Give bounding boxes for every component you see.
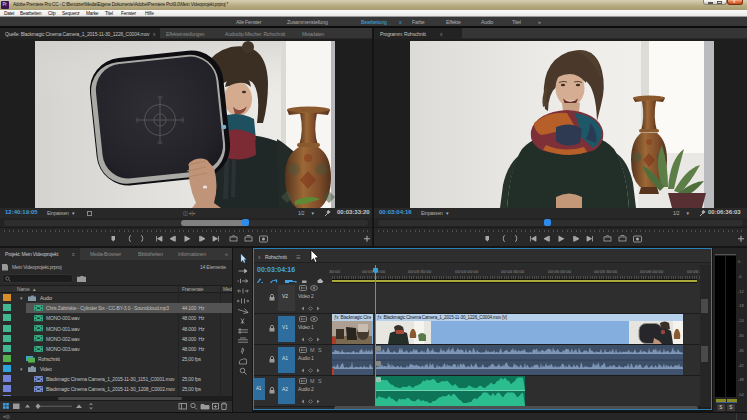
svg-text:S: S: [318, 378, 322, 384]
svg-text:M: M: [310, 347, 315, 353]
svg-text:M: M: [310, 378, 315, 384]
svg-text:S: S: [318, 347, 322, 353]
